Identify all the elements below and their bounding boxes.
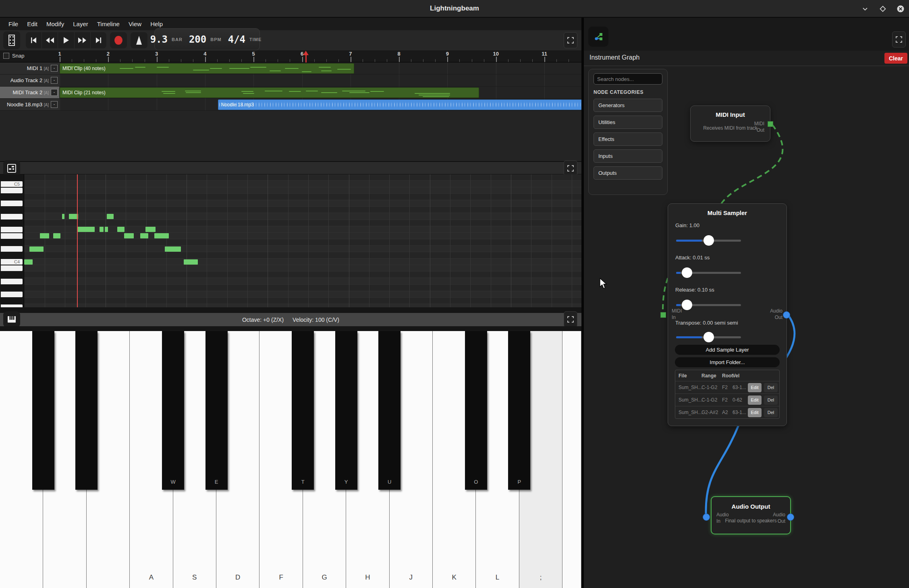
piano-roll-key[interactable] — [1, 188, 23, 193]
midi-note[interactable] — [105, 227, 108, 232]
edit-button[interactable]: Edit — [748, 408, 762, 417]
audio-out-port[interactable] — [783, 311, 790, 319]
minimize-icon[interactable] — [861, 4, 870, 13]
menu-edit[interactable]: Edit — [23, 19, 42, 29]
track-collapse-box[interactable]: - — [51, 101, 58, 108]
midi-note[interactable] — [29, 246, 44, 252]
menu-timeline[interactable]: Timeline — [93, 19, 124, 29]
piano-roll-grid[interactable] — [24, 174, 581, 307]
midi-note[interactable] — [117, 227, 125, 232]
add-sample-layer-button[interactable]: Add Sample Layer — [675, 345, 780, 355]
track-row[interactable]: Noodle 18.mp3 [A]- — [0, 99, 59, 111]
track-collapse-box[interactable]: - — [51, 89, 58, 96]
record-button[interactable] — [110, 32, 127, 48]
search-input[interactable] — [594, 73, 662, 85]
black-key[interactable]: T — [292, 331, 314, 490]
midi-clip[interactable]: MIDI Clip (40 notes) — [60, 63, 354, 74]
edit-button[interactable]: Edit — [748, 395, 762, 405]
piano-roll-key[interactable]: C5 — [1, 181, 23, 187]
track-lane[interactable]: Noodle 18.mp3 — [59, 99, 581, 111]
param-slider[interactable] — [676, 332, 741, 342]
node-midi-input[interactable]: MIDI Input Receives MIDI from track MIDI… — [690, 106, 770, 142]
menu-layer[interactable]: Layer — [68, 19, 93, 29]
edit-button[interactable]: Edit — [748, 383, 762, 392]
piano-roll-icon[interactable] — [3, 160, 20, 176]
midi-note[interactable] — [107, 214, 114, 219]
piano-roll-key[interactable] — [1, 265, 23, 271]
black-key[interactable]: U — [378, 331, 401, 490]
keyboard-expand-icon[interactable] — [564, 311, 577, 327]
close-icon[interactable] — [896, 4, 905, 13]
menu-help[interactable]: Help — [146, 19, 167, 29]
node-multi-sampler[interactable]: Multi Sampler Gain: 1.00Attack: 0.01 ssR… — [668, 203, 787, 426]
piano-roll-key[interactable] — [1, 227, 23, 232]
piano-roll-key[interactable] — [1, 304, 23, 307]
black-key[interactable] — [75, 331, 98, 490]
import-folder-button[interactable]: Import Folder... — [675, 357, 780, 367]
track-lane[interactable] — [59, 75, 581, 87]
midi-out-port[interactable] — [768, 121, 773, 127]
midi-clip[interactable]: MIDI Clip (21 notes) — [60, 87, 479, 98]
virtual-keyboard[interactable]: ASDFGHJKL;WETYUOP — [0, 331, 581, 588]
midi-note[interactable] — [184, 259, 198, 265]
category-utilities[interactable]: Utilities — [594, 116, 662, 129]
delete-button[interactable]: Del — [764, 383, 778, 392]
track-row[interactable]: Audio Track 2 [A]- — [0, 75, 59, 87]
audio-in-port[interactable] — [703, 513, 710, 521]
white-key[interactable] — [562, 331, 581, 588]
menu-modify[interactable]: Modify — [42, 19, 68, 29]
timeline-ruler[interactable]: Snap 1234567891011 — [0, 50, 581, 62]
audio-out-port[interactable] — [787, 513, 794, 521]
slider-thumb[interactable] — [704, 235, 714, 246]
piano-roll-key[interactable] — [1, 292, 23, 297]
midi-note[interactable] — [100, 227, 104, 232]
category-effects[interactable]: Effects — [594, 133, 662, 146]
category-generators[interactable]: Generators — [594, 99, 662, 112]
piano-roll-expand-icon[interactable] — [564, 160, 577, 176]
black-key[interactable]: P — [508, 331, 530, 490]
skip-start-button[interactable] — [26, 32, 42, 48]
track-collapse-box[interactable]: - — [51, 77, 58, 84]
metronome-button[interactable] — [131, 32, 147, 48]
midi-note[interactable] — [40, 233, 49, 238]
black-key[interactable]: O — [465, 331, 487, 490]
track-lane[interactable]: MIDI Clip (21 notes) — [59, 87, 581, 99]
track-row[interactable]: MIDI 1 [A]- — [0, 62, 59, 75]
midi-in-port[interactable] — [660, 312, 666, 318]
category-outputs[interactable]: Outputs — [594, 166, 662, 180]
param-slider[interactable] — [676, 267, 741, 278]
maximize-icon[interactable] — [878, 4, 887, 13]
audio-clip[interactable]: Noodle 18.mp3 — [218, 99, 581, 110]
midi-note[interactable] — [53, 233, 60, 238]
piano-roll-key[interactable] — [1, 214, 23, 219]
piano-roll-key[interactable] — [1, 233, 23, 239]
midi-note[interactable] — [124, 233, 134, 238]
track-collapse-box[interactable]: - — [51, 65, 58, 72]
black-key[interactable]: Y — [335, 331, 357, 490]
node-audio-output[interactable]: Audio Output Final output to speakers Au… — [711, 496, 791, 534]
midi-note[interactable] — [77, 227, 95, 232]
track-lanes[interactable]: MIDI Clip (40 notes)MIDI Clip (21 notes)… — [59, 62, 581, 111]
midi-note[interactable] — [145, 227, 156, 232]
midi-note[interactable] — [24, 259, 33, 265]
snap-toggle[interactable]: Snap — [3, 53, 24, 59]
piano-roll-key[interactable] — [1, 279, 23, 284]
piano-roll-key[interactable]: C4 — [1, 259, 23, 265]
midi-note[interactable] — [140, 233, 148, 238]
midi-note[interactable] — [62, 214, 64, 219]
rewind-button[interactable] — [42, 32, 58, 48]
play-button[interactable] — [58, 32, 74, 48]
midi-note[interactable] — [165, 246, 181, 252]
menu-view[interactable]: View — [124, 19, 146, 29]
fast-forward-button[interactable] — [75, 32, 91, 48]
snap-checkbox[interactable] — [3, 53, 9, 59]
timeline-film-icon[interactable] — [3, 31, 20, 49]
track-lane[interactable]: MIDI Clip (40 notes) — [59, 62, 581, 75]
slider-thumb[interactable] — [682, 267, 692, 278]
midi-note[interactable] — [154, 233, 169, 238]
param-slider[interactable] — [676, 235, 741, 246]
tempo-display[interactable]: 9.3 BAR 200 BPM 4/4 TIME — [154, 28, 260, 50]
slider-thumb[interactable] — [704, 332, 714, 342]
category-inputs[interactable]: Inputs — [594, 149, 662, 163]
piano-roll-key[interactable] — [1, 246, 23, 252]
